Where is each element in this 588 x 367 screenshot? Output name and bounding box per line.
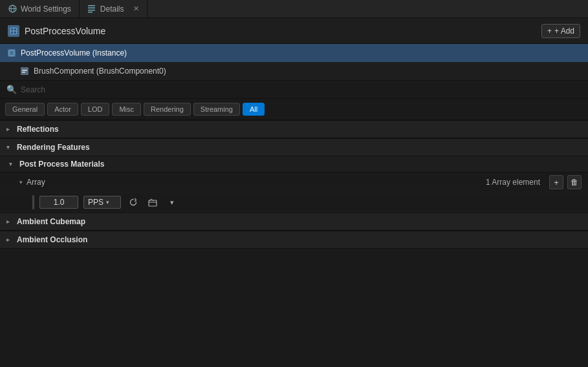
svg-rect-3 — [88, 5, 95, 6]
svg-rect-6 — [88, 12, 93, 13]
expand-icon: ▾ — [170, 198, 174, 207]
panel-title-icon — [8, 25, 19, 37]
trash-icon: 🗑 — [571, 178, 578, 187]
array-arrow-icon: ▾ — [19, 179, 23, 185]
pps-label: PPS — [88, 198, 103, 207]
search-input[interactable] — [21, 85, 582, 94]
array-element-0: PPS ▾ ▾ — [0, 193, 588, 213]
svg-rect-13 — [21, 67, 28, 75]
section-ambient-cubemap[interactable]: ▸ Ambient Cubemap — [0, 213, 588, 231]
section-rendering-features[interactable]: ▾ Rendering Features — [0, 138, 588, 156]
post-process-arrow-icon: ▾ — [9, 161, 16, 167]
volume-icon — [6, 48, 17, 58]
array-info: 1 Array element — [486, 178, 540, 187]
tab-details-label: Details — [100, 5, 124, 14]
svg-rect-14 — [22, 70, 27, 71]
tab-bar: World Settings Details ✕ — [0, 0, 588, 18]
panel-title: PostProcessVolume — [8, 25, 105, 37]
filter-streaming[interactable]: Streaming — [193, 103, 240, 116]
remove-array-element-button[interactable]: 🗑 — [567, 175, 582, 189]
filter-lod[interactable]: LOD — [81, 103, 110, 116]
tree-item-brush[interactable]: BrushComponent (BrushComponent0) — [0, 62, 588, 80]
reflections-arrow-icon: ▸ — [6, 126, 13, 132]
add-array-element-button[interactable]: + — [549, 175, 563, 189]
tree-item-root-label: PostProcessVolume (Instance) — [21, 48, 127, 58]
svg-rect-15 — [22, 72, 25, 73]
expand-element-button[interactable]: ▾ — [165, 195, 179, 209]
browse-element-button[interactable] — [146, 195, 160, 209]
svg-rect-4 — [88, 8, 95, 9]
add-icon: + — [554, 178, 559, 187]
section-reflections-label: Reflections — [17, 125, 59, 134]
panel-title-text: PostProcessVolume — [25, 26, 105, 36]
subsection-post-process-materials[interactable]: ▾ Post Process Materials — [0, 156, 588, 173]
section-ambient-occlusion[interactable]: ▸ Ambient Occlusion — [0, 231, 588, 249]
array-element-bar — [32, 195, 34, 209]
tab-details[interactable]: Details ✕ — [80, 0, 147, 17]
tab-world-settings-label: World Settings — [21, 5, 71, 14]
svg-rect-5 — [88, 10, 95, 11]
brush-icon — [19, 66, 30, 76]
subsection-post-process-label: Post Process Materials — [19, 160, 104, 169]
component-tree: PostProcessVolume (Instance) BrushCompon… — [0, 44, 588, 81]
array-label: Array — [27, 178, 482, 187]
pps-chevron-icon: ▾ — [106, 199, 109, 205]
search-icon: 🔍 — [6, 85, 17, 94]
section-ambient-cubemap-label: Ambient Cubemap — [17, 217, 85, 226]
section-reflections[interactable]: ▸ Reflections — [0, 120, 588, 138]
section-rendering-features-label: Rendering Features — [17, 143, 90, 152]
pps-type-dropdown[interactable]: PPS ▾ — [83, 196, 121, 209]
filter-bar: General Actor LOD Misc Rendering Streami… — [0, 99, 588, 120]
filter-misc[interactable]: Misc — [112, 103, 141, 116]
add-icon: + — [547, 26, 552, 36]
ambient-occlusion-arrow-icon: ▸ — [6, 236, 13, 243]
globe-icon — [8, 5, 17, 14]
panel-header: PostProcessVolume + + Add — [0, 18, 588, 44]
properties-panel: ▸ Reflections ▾ Rendering Features ▾ Pos… — [0, 120, 588, 249]
add-component-button[interactable]: + + Add — [541, 24, 580, 38]
details-icon — [87, 5, 96, 14]
filter-all[interactable]: All — [243, 103, 265, 116]
filter-rendering[interactable]: Rendering — [144, 103, 191, 116]
svg-rect-16 — [149, 200, 157, 206]
search-bar: 🔍 — [0, 81, 588, 99]
tree-item-brush-label: BrushComponent (BrushComponent0) — [34, 67, 166, 76]
filter-actor[interactable]: Actor — [47, 103, 78, 116]
section-ambient-occlusion-label: Ambient Occlusion — [17, 235, 87, 244]
filter-general[interactable]: General — [5, 103, 45, 116]
array-element-value-input[interactable] — [39, 196, 78, 209]
ambient-cubemap-arrow-icon: ▸ — [6, 218, 13, 225]
rendering-features-arrow-icon: ▾ — [6, 144, 13, 151]
add-button-label: + Add — [554, 26, 574, 36]
tab-world-settings[interactable]: World Settings — [0, 0, 80, 17]
close-tab-icon[interactable]: ✕ — [133, 5, 139, 13]
reset-element-button[interactable] — [126, 195, 140, 209]
array-row: ▾ Array 1 Array element + 🗑 — [0, 173, 588, 193]
tree-item-root[interactable]: PostProcessVolume (Instance) — [0, 44, 588, 62]
